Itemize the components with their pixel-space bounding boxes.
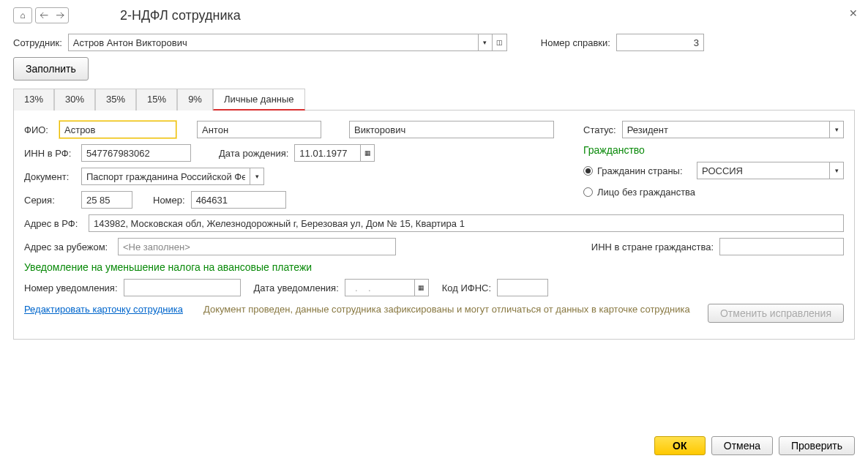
tab-30[interactable]: 30% xyxy=(54,89,95,111)
chevron-down-icon: ▾ xyxy=(483,39,487,46)
status-input[interactable] xyxy=(622,121,829,138)
cert-number-label: Номер справки: xyxy=(541,37,610,48)
chevron-down-icon: ▾ xyxy=(835,167,839,174)
inn-abroad-label: ИНН в стране гражданства: xyxy=(591,242,714,252)
ifns-input[interactable] xyxy=(497,279,548,296)
fixed-data-hint: Документ проведен, данные сотрудника заф… xyxy=(203,304,702,315)
page-title: 2-НДФЛ сотрудника xyxy=(120,8,241,23)
close-button[interactable]: ✕ xyxy=(849,7,858,19)
country-input[interactable] xyxy=(697,162,829,179)
employee-open-button[interactable]: ◫ xyxy=(493,34,507,51)
calendar-icon: ▦ xyxy=(418,284,424,291)
birth-calendar-button[interactable]: ▦ xyxy=(360,144,375,162)
tab-35[interactable]: 35% xyxy=(95,89,136,111)
tab-15[interactable]: 15% xyxy=(136,89,177,111)
surname-input[interactable] xyxy=(59,121,176,138)
patronymic-input[interactable] xyxy=(349,121,554,138)
number-label: Номер: xyxy=(153,195,185,206)
cancel-button[interactable]: Отмена xyxy=(711,436,773,455)
chevron-down-icon: ▾ xyxy=(835,126,839,133)
addr-rf-label: Адрес в РФ: xyxy=(24,218,83,229)
doc-label: Документ: xyxy=(24,171,75,182)
doc-dropdown-button[interactable]: ▾ xyxy=(250,168,264,185)
tab-9[interactable]: 9% xyxy=(177,89,213,111)
doc-input[interactable] xyxy=(81,168,250,185)
name-input[interactable] xyxy=(197,121,321,138)
edit-employee-card-link[interactable]: Редактировать карточку сотрудника xyxy=(24,304,183,315)
employee-label: Сотрудник: xyxy=(13,37,62,48)
fill-button[interactable]: Заполнить xyxy=(13,57,89,81)
series-input[interactable] xyxy=(81,191,132,209)
ok-button[interactable]: ОК xyxy=(654,436,706,455)
series-label: Серия: xyxy=(24,195,75,206)
tab-personal-data[interactable]: Личные данные xyxy=(213,89,305,111)
calendar-icon: ▦ xyxy=(364,149,371,157)
employee-dropdown-button[interactable]: ▾ xyxy=(478,34,493,51)
tabs: 13% 30% 35% 15% 9% Личные данные xyxy=(13,88,855,111)
arrow-right-icon: 🡢 xyxy=(56,10,64,20)
birth-input[interactable] xyxy=(294,144,360,162)
tab-13[interactable]: 13% xyxy=(13,89,54,111)
stateless-label: Лицо без гражданства xyxy=(597,187,695,198)
radio-stateless[interactable] xyxy=(583,187,593,197)
citizen-of-label: Гражданин страны: xyxy=(597,165,692,176)
notice-date-calendar-button[interactable]: ▦ xyxy=(414,279,429,296)
home-icon: ⌂ xyxy=(20,10,25,20)
notice-num-label: Номер уведомления: xyxy=(24,282,118,293)
birth-label: Дата рождения: xyxy=(219,148,288,159)
country-dropdown-button[interactable]: ▾ xyxy=(829,162,844,179)
inn-abroad-input[interactable] xyxy=(719,238,844,255)
chevron-down-icon: ▾ xyxy=(255,173,259,180)
nav-back-forward[interactable]: 🡠 🡢 xyxy=(35,7,69,23)
arrow-left-icon: 🡠 xyxy=(40,10,48,20)
inn-label: ИНН в РФ: xyxy=(24,148,75,159)
cancel-fix-button: Отменить исправления xyxy=(708,304,844,323)
check-button[interactable]: Проверить xyxy=(779,436,855,455)
radio-citizen-of[interactable] xyxy=(583,166,593,176)
home-button[interactable]: ⌂ xyxy=(13,7,32,23)
notice-section-title: Уведомление на уменьшение налога на аван… xyxy=(24,261,844,273)
addr-rf-input[interactable] xyxy=(89,214,844,232)
ifns-label: Код ИФНС: xyxy=(442,282,491,293)
number-input[interactable] xyxy=(191,191,286,209)
cert-number-input[interactable] xyxy=(616,34,704,51)
fio-label: ФИО: xyxy=(24,124,53,135)
notice-num-input[interactable] xyxy=(124,279,241,296)
status-dropdown-button[interactable]: ▾ xyxy=(829,121,844,138)
citizenship-section-title: Гражданство xyxy=(583,144,844,156)
employee-input[interactable] xyxy=(68,34,478,51)
notice-date-input[interactable] xyxy=(345,279,414,296)
inn-input[interactable] xyxy=(81,144,191,162)
addr-abroad-label: Адрес за рубежом: xyxy=(24,242,112,252)
addr-abroad-input[interactable] xyxy=(118,238,396,255)
open-icon: ◫ xyxy=(496,39,503,46)
notice-date-label: Дата уведомления: xyxy=(254,282,339,293)
status-label: Статус: xyxy=(583,124,616,135)
